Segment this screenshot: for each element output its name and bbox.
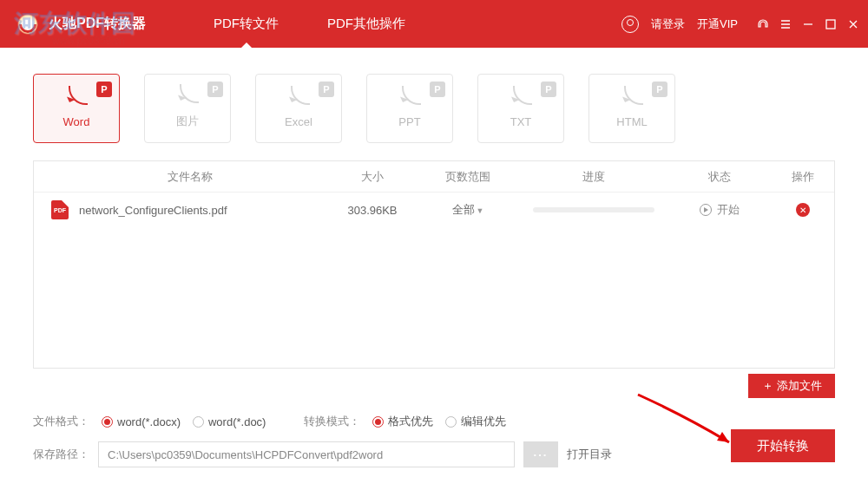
tab-pdf-other[interactable]: PDF其他操作	[303, 0, 430, 48]
app-header: 火驰PDF转换器 PDF转文件 PDF其他操作 请登录 开通VIP	[0, 0, 868, 48]
convert-mode-label: 转换模式：	[304, 414, 360, 429]
col-header-status: 状态	[667, 169, 772, 185]
format-label: PPT	[398, 115, 420, 128]
format-card-word[interactable]: P Word	[33, 74, 120, 143]
header-right: 请登录 开通VIP	[621, 16, 859, 33]
format-badge-icon: P	[652, 82, 667, 97]
convert-arrow-icon	[63, 89, 89, 110]
format-card-ppt[interactable]: P PPT	[366, 74, 453, 143]
format-card-txt[interactable]: P TXT	[477, 74, 564, 143]
add-file-button[interactable]: ＋ 添加文件	[748, 374, 835, 398]
user-avatar-icon	[621, 16, 639, 33]
play-icon	[700, 204, 712, 216]
start-row-button[interactable]: 开始	[700, 202, 740, 218]
browse-button[interactable]: ···	[523, 441, 558, 467]
convert-arrow-icon	[397, 89, 423, 110]
page-range-dropdown[interactable]: 全部▼	[416, 202, 520, 218]
radio-icon	[372, 416, 384, 428]
tab-pdf-to-file[interactable]: PDF转文件	[189, 0, 303, 48]
col-header-action: 操作	[772, 169, 834, 185]
format-card-excel[interactable]: P Excel	[255, 74, 342, 143]
col-header-name: 文件名称	[34, 169, 329, 185]
col-header-range: 页数范围	[416, 169, 520, 185]
svg-rect-0	[826, 20, 835, 29]
radio-icon	[445, 416, 457, 428]
progress-cell	[520, 207, 667, 212]
table-row: PDF network_ConfigureClients.pdf 303.96K…	[34, 193, 834, 227]
progress-bar	[533, 207, 654, 212]
radio-icon	[102, 416, 113, 428]
logo-area: 火驰PDF转换器	[16, 12, 146, 36]
minimize-button[interactable]	[802, 18, 814, 30]
format-selector-row: P Word P 图片 P Excel P PPT P TXT P HTML	[0, 48, 868, 160]
format-label: Excel	[285, 115, 312, 128]
support-icon[interactable]	[757, 18, 769, 30]
delete-row-button[interactable]: ✕	[796, 203, 810, 217]
login-link[interactable]: 请登录	[651, 16, 685, 32]
close-button[interactable]	[847, 18, 859, 30]
radio-icon	[193, 416, 204, 428]
format-badge-icon: P	[207, 82, 223, 97]
convert-arrow-icon	[619, 89, 645, 110]
vip-link[interactable]: 开通VIP	[697, 16, 738, 32]
radio-doc[interactable]: word(*.doc)	[193, 415, 266, 428]
pdf-file-icon: PDF	[51, 200, 69, 219]
app-logo-icon	[16, 12, 40, 36]
open-dir-link[interactable]: 打开目录	[567, 447, 612, 462]
convert-arrow-icon	[174, 88, 201, 108]
app-title: 火驰PDF转换器	[49, 15, 146, 33]
format-label: Word	[63, 115, 90, 128]
maximize-button[interactable]	[825, 18, 837, 30]
save-path-input[interactable]: C:\Users\pc0359\Documents\HCPDFConvert\p…	[98, 441, 515, 467]
format-badge-icon: P	[319, 82, 334, 97]
main-tabs: PDF转文件 PDF其他操作	[189, 0, 430, 48]
format-badge-icon: P	[541, 82, 556, 97]
file-list-header: 文件名称 大小 页数范围 进度 状态 操作	[34, 161, 834, 193]
format-badge-icon: P	[430, 82, 445, 97]
plus-icon: ＋	[762, 378, 773, 394]
format-card-image[interactable]: P 图片	[144, 74, 231, 143]
format-label: TXT	[510, 115, 532, 128]
start-convert-button[interactable]: 开始转换	[731, 429, 835, 462]
save-path-label: 保存路径：	[33, 447, 89, 462]
convert-arrow-icon	[286, 89, 312, 110]
radio-docx[interactable]: word(*.docx)	[102, 415, 181, 428]
file-name: network_ConfigureClients.pdf	[79, 204, 227, 217]
chevron-down-icon: ▼	[477, 206, 484, 215]
col-header-progress: 进度	[520, 169, 667, 185]
format-label: 图片	[176, 114, 199, 129]
radio-edit-priority[interactable]: 编辑优先	[445, 414, 506, 429]
bottom-options: 文件格式： word(*.docx) word(*.doc) 转换模式： 格式优…	[0, 398, 868, 467]
convert-arrow-icon	[508, 89, 534, 110]
format-badge-icon: P	[96, 82, 112, 97]
format-label: HTML	[616, 115, 647, 128]
radio-format-priority[interactable]: 格式优先	[372, 414, 433, 429]
file-format-label: 文件格式：	[33, 414, 89, 429]
format-card-html[interactable]: P HTML	[589, 74, 675, 143]
file-list-panel: 文件名称 大小 页数范围 进度 状态 操作 PDF network_Config…	[33, 160, 835, 369]
menu-icon[interactable]	[779, 18, 792, 30]
col-header-size: 大小	[329, 169, 416, 185]
file-size: 303.96KB	[329, 204, 416, 217]
